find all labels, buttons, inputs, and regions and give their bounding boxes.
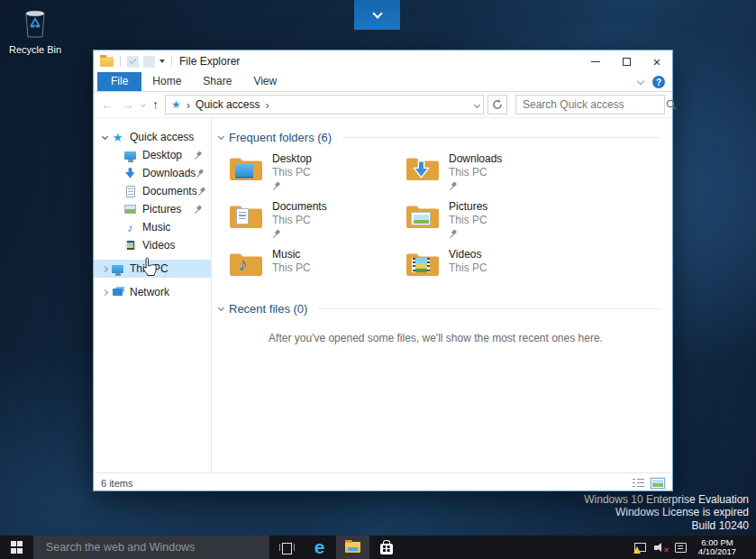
- address-dropdown-chevron-icon[interactable]: [474, 101, 480, 107]
- documents-overlay-icon: [236, 208, 249, 225]
- help-icon[interactable]: ?: [652, 76, 665, 88]
- expand-chevron-icon[interactable]: [101, 265, 107, 271]
- up-button[interactable]: ↑: [150, 98, 160, 111]
- collapse-section-chevron-icon[interactable]: [218, 304, 224, 310]
- navigation-bar: ← → ↑ ★ › Quick access ›: [94, 92, 672, 118]
- folder-tile-music[interactable]: ♪ Music This PC: [228, 248, 405, 286]
- pin-icon: [449, 181, 458, 190]
- sidebar-item-quick-access[interactable]: ★ Quick access: [94, 128, 211, 146]
- folder-tile-downloads[interactable]: Downloads This PC: [405, 152, 581, 190]
- address-bar[interactable]: ★ › Quick access ›: [165, 95, 484, 115]
- folder-tile-pictures[interactable]: Pictures This PC: [405, 200, 581, 238]
- sidebar-item-music[interactable]: ♪ Music: [94, 218, 211, 236]
- start-button[interactable]: [0, 536, 33, 559]
- taskbar: e × 6:00 PM 4/10/2017: [0, 536, 756, 559]
- folder-tile-videos[interactable]: Videos This PC: [405, 248, 581, 286]
- recycle-bin-icon[interactable]: Recycle Bin: [5, 5, 65, 55]
- license-watermark: Windows 10 Enterprise Evaluation Windows…: [584, 493, 749, 533]
- back-button[interactable]: ←: [99, 98, 115, 111]
- collapse-section-chevron-icon[interactable]: [218, 133, 224, 139]
- download-arrow-icon: [125, 168, 135, 179]
- quick-access-star-icon: ★: [113, 132, 123, 143]
- forward-button[interactable]: →: [120, 98, 136, 111]
- customize-toolbar-chevron-icon[interactable]: [159, 60, 165, 63]
- pin-icon: [449, 229, 458, 238]
- watermark-line: Windows 10 Enterprise Evaluation: [584, 493, 749, 507]
- properties-button[interactable]: [127, 56, 139, 68]
- search-input[interactable]: [516, 98, 666, 111]
- videos-overlay-icon: [412, 258, 430, 272]
- desktop: Recycle Bin Windows 10 Enterprise Evalua…: [0, 0, 756, 559]
- tab-view[interactable]: View: [242, 72, 287, 91]
- large-icons-view-icon[interactable]: [651, 478, 665, 489]
- tab-home[interactable]: Home: [141, 72, 192, 91]
- network-status-icon[interactable]: [633, 543, 646, 553]
- music-note-icon: ♪: [127, 222, 133, 234]
- maximize-icon: [623, 58, 631, 66]
- file-explorer-button[interactable]: [336, 536, 369, 559]
- search-box[interactable]: [515, 95, 665, 115]
- breadcrumb-location[interactable]: Quick access: [196, 98, 260, 111]
- picture-icon: [124, 205, 136, 214]
- search-icon[interactable]: [666, 99, 677, 110]
- recycle-bin-glyph: [19, 5, 51, 39]
- taskbar-search-box[interactable]: [33, 536, 269, 559]
- desktop-icon: [124, 151, 136, 160]
- folder-tile-desktop[interactable]: Desktop This PC: [228, 152, 405, 190]
- minimize-button[interactable]: [580, 50, 611, 72]
- system-tray: × 6:00 PM 4/10/2017: [633, 536, 756, 559]
- edge-button[interactable]: e: [303, 536, 336, 559]
- taskbar-search-input[interactable]: [33, 541, 269, 554]
- collapse-chevron-icon[interactable]: [101, 133, 107, 139]
- expand-chevron-icon[interactable]: [101, 289, 107, 295]
- pin-icon: [272, 229, 281, 238]
- task-view-icon: [279, 543, 293, 553]
- recent-files-empty-message: After you've opened some files, we'll sh…: [219, 332, 661, 344]
- volume-muted-icon[interactable]: ×: [654, 543, 667, 553]
- pin-icon: [197, 187, 206, 196]
- sidebar-item-desktop[interactable]: Desktop: [94, 146, 211, 164]
- maximize-button[interactable]: [611, 50, 642, 72]
- downloads-overlay-icon: [413, 160, 430, 181]
- pin-icon: [194, 151, 203, 160]
- refresh-icon: [492, 99, 503, 110]
- tab-share[interactable]: Share: [192, 72, 242, 91]
- quick-access-toolbar: [100, 56, 174, 68]
- sidebar-item-videos[interactable]: Videos: [94, 236, 211, 254]
- network-icon: [113, 289, 123, 296]
- vm-console-dropdown-button[interactable]: [354, 0, 400, 30]
- sidebar-item-pictures[interactable]: Pictures: [94, 200, 211, 218]
- sidebar-item-documents[interactable]: Documents: [94, 182, 211, 200]
- task-view-button[interactable]: [269, 536, 303, 559]
- chevron-down-icon: [372, 8, 382, 18]
- windows-logo-icon: [11, 541, 23, 554]
- sidebar-item-this-pc[interactable]: This PC: [94, 260, 211, 278]
- close-button[interactable]: ×: [642, 50, 672, 72]
- watermark-line: Build 10240: [584, 519, 749, 533]
- explorer-app-icon: [100, 57, 114, 67]
- sidebar-item-network[interactable]: Network: [94, 283, 211, 301]
- action-center-icon[interactable]: [675, 543, 687, 553]
- watermark-line: Windows License is expired: [584, 506, 749, 519]
- frequent-folders-header[interactable]: Frequent folders (6): [219, 129, 661, 145]
- window-title: File Explorer: [179, 55, 240, 68]
- expand-ribbon-chevron-icon[interactable]: [637, 77, 644, 84]
- taskbar-clock[interactable]: 6:00 PM 4/10/2017: [695, 538, 740, 557]
- title-bar[interactable]: File Explorer ×: [94, 50, 672, 72]
- sidebar-item-downloads[interactable]: Downloads: [94, 164, 211, 182]
- breadcrumb-separator[interactable]: ›: [265, 99, 269, 111]
- refresh-button[interactable]: [487, 95, 507, 115]
- navigation-pane: ★ Quick access Desktop Downloads: [94, 118, 211, 472]
- recent-locations-chevron-icon[interactable]: [141, 102, 146, 107]
- quick-access-star-icon: ★: [171, 99, 181, 110]
- ribbon-tabs: File Home Share View ?: [94, 72, 672, 92]
- breadcrumb-separator: ›: [187, 99, 190, 111]
- store-button[interactable]: [369, 536, 403, 559]
- pin-icon: [194, 205, 203, 214]
- details-view-icon[interactable]: [633, 478, 644, 488]
- tab-file[interactable]: File: [97, 72, 141, 91]
- folder-tile-documents[interactable]: Documents This PC: [228, 200, 405, 238]
- recycle-bin-label: Recycle Bin: [5, 44, 65, 55]
- new-folder-button[interactable]: [143, 56, 155, 68]
- recent-files-header[interactable]: Recent files (0): [219, 300, 661, 316]
